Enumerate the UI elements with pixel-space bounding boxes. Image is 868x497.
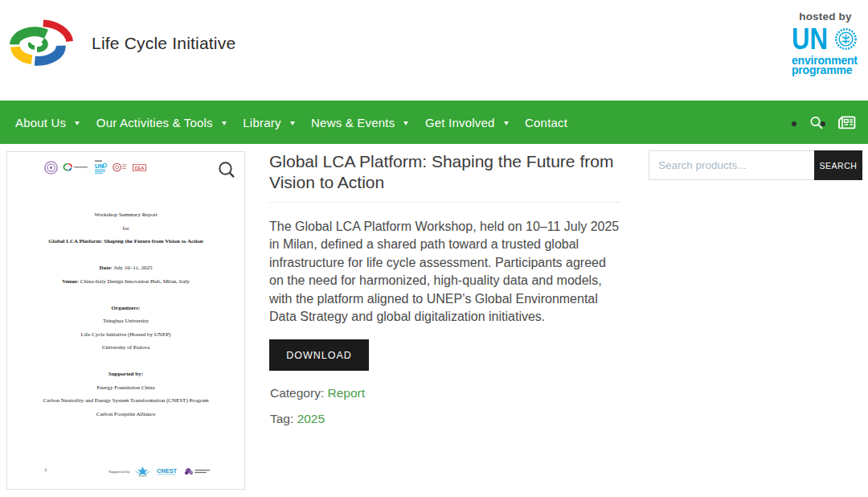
unep-programme-label: programme bbox=[792, 65, 861, 75]
energy-foundation-logo-icon bbox=[134, 466, 151, 477]
nav-bullet-dot bbox=[821, 121, 825, 126]
tsinghua-seal-icon bbox=[44, 161, 58, 175]
report-cover-line: for bbox=[7, 222, 244, 236]
un-mini-wordmark: UN bbox=[95, 162, 104, 170]
cea-logo-icon: CEA bbox=[133, 164, 146, 171]
brand-title: Life Cycle Initiative bbox=[92, 34, 235, 53]
report-cover-line: Carbon Neutrality and Energy System Tran… bbox=[7, 394, 244, 408]
title-divider bbox=[269, 202, 620, 203]
main-navbar: About UsOur Activities & ToolsLibraryNew… bbox=[0, 101, 868, 144]
search-products-button[interactable]: SEARCH bbox=[814, 150, 862, 180]
un-emblem-icon bbox=[834, 28, 858, 51]
cea-wordmark: CEA bbox=[134, 165, 144, 170]
report-cover-line: Carbon Footprint Alliance bbox=[7, 408, 244, 421]
report-cover-line: Venue: China-Italy Design Innovation Hub… bbox=[7, 275, 244, 289]
report-cover-line: University of Padova bbox=[7, 341, 244, 355]
lci-mini-logo-icon bbox=[62, 162, 89, 172]
report-cover-line: Tsinghua University bbox=[7, 314, 244, 328]
un-wordmark: UN bbox=[792, 28, 823, 51]
category-row: Category: Report bbox=[270, 386, 365, 400]
report-cover-line: Supported by: bbox=[7, 368, 244, 381]
report-cover-line: Global LCA Platform: Shaping the Future … bbox=[7, 235, 244, 249]
report-cover-preview[interactable]: UN CEA Workshop Summary ReportforG bbox=[6, 151, 245, 490]
page-title: Global LCA Platform: Shaping the Future … bbox=[269, 151, 620, 192]
red-seal-logo-icon bbox=[113, 162, 127, 172]
report-cover-line: Date: July 10–11, 2025 bbox=[7, 261, 244, 275]
unep-hosted-block: hosted by UN environment programme bbox=[792, 10, 861, 76]
tag-row: Tag: 2025 bbox=[270, 412, 325, 426]
report-cover-line: Organizers: bbox=[7, 302, 244, 315]
life-cycle-initiative-logo-icon bbox=[8, 18, 79, 68]
product-search-form: SEARCH bbox=[649, 150, 862, 180]
unep-mini-logo-icon: UN bbox=[94, 160, 108, 175]
product-description: The Global LCA Platform Workshop, held o… bbox=[269, 218, 620, 326]
report-footer-logos: Supported by CNEST bbox=[108, 466, 212, 477]
category-link[interactable]: Report bbox=[328, 386, 366, 400]
report-cover-line: Energy Foundation China bbox=[7, 381, 244, 395]
nav-bullet-dot bbox=[792, 121, 796, 126]
tag-label: Tag: bbox=[270, 412, 293, 425]
report-cover-spacer bbox=[7, 288, 244, 302]
report-cover-line: Life Cycle Initiative (Hosted by UNEP) bbox=[7, 328, 244, 342]
carbon-footprint-alliance-logo-icon bbox=[183, 466, 212, 477]
report-footer-supported-by: Supported by bbox=[108, 470, 130, 474]
cnest-wordmark: CNEST bbox=[157, 467, 177, 474]
report-cover-spacer bbox=[7, 355, 244, 368]
category-label: Category: bbox=[270, 386, 324, 400]
search-products-input[interactable] bbox=[649, 150, 814, 180]
zoom-magnifier-icon[interactable] bbox=[215, 158, 235, 179]
report-cover-spacer bbox=[7, 249, 244, 262]
tag-link[interactable]: 2025 bbox=[297, 412, 325, 425]
page: Life Cycle Initiative hosted by UN envir… bbox=[0, 0, 868, 497]
product-summary: Global LCA Platform: Shaping the Future … bbox=[269, 151, 620, 490]
report-logos-row: UN CEA bbox=[44, 160, 146, 175]
hosted-by-label: hosted by bbox=[790, 10, 861, 23]
report-cover-line: Workshop Summary Report bbox=[7, 208, 244, 222]
nav-icons bbox=[0, 101, 868, 144]
news-icon[interactable] bbox=[837, 115, 856, 130]
report-cover-text: Workshop Summary ReportforGlobal LCA Pla… bbox=[7, 208, 244, 421]
report-page-number: 1 bbox=[44, 466, 47, 473]
download-button[interactable]: DOWNLOAD bbox=[269, 339, 369, 371]
site-header: Life Cycle Initiative hosted by UN envir… bbox=[0, 0, 868, 101]
brand-logo-link[interactable]: Life Cycle Initiative bbox=[8, 18, 235, 68]
cnest-logo-icon: CNEST bbox=[157, 466, 177, 476]
